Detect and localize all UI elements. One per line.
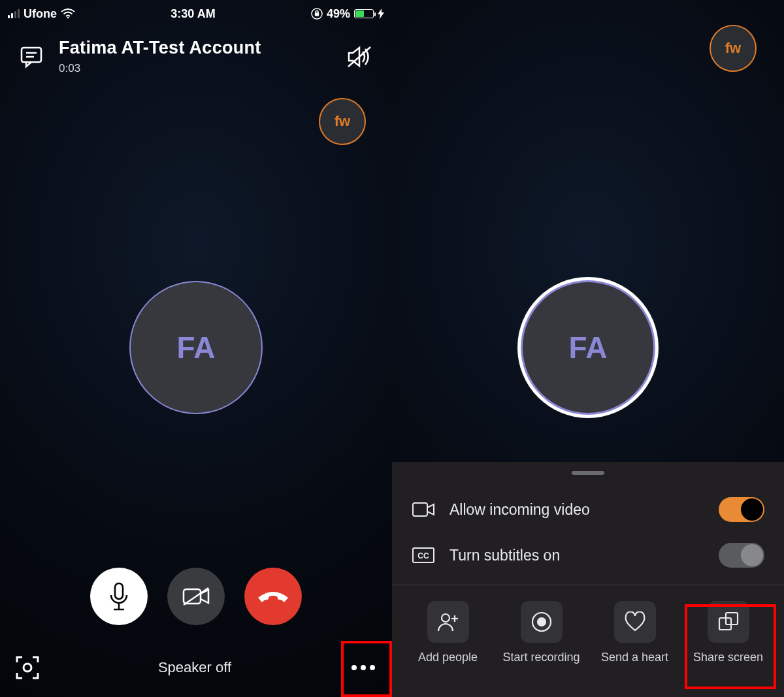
camera-off-icon (181, 585, 211, 608)
video-off-button[interactable] (167, 568, 225, 625)
remote-initials: FA (177, 330, 216, 365)
svg-rect-3 (22, 48, 41, 62)
call-controls (0, 568, 392, 625)
allow-video-row[interactable]: Allow incoming video (392, 487, 784, 532)
svg-point-14 (361, 665, 366, 670)
svg-rect-2 (315, 13, 318, 16)
signal-icon (8, 9, 20, 18)
svg-point-12 (24, 664, 31, 672)
self-initials: fw (335, 113, 350, 130)
capture-icon[interactable] (14, 655, 41, 681)
divider (392, 585, 784, 585)
status-bar: Ufone 3:30 AM 49% (0, 0, 392, 24)
subtitles-row[interactable]: CC Turn subtitles on (392, 532, 784, 578)
more-options-button[interactable] (349, 662, 378, 673)
add-people-action[interactable]: Add people (402, 601, 494, 664)
svg-text:CC: CC (417, 551, 429, 560)
cc-icon: CC (412, 547, 435, 564)
svg-line-11 (184, 588, 208, 605)
video-icon (412, 501, 435, 518)
share-screen-label: Share screen (693, 651, 763, 664)
heart-icon (614, 601, 656, 643)
svg-rect-7 (115, 583, 123, 599)
mute-button[interactable] (90, 568, 148, 625)
rotation-lock-icon (311, 8, 323, 20)
bolt-icon (378, 8, 384, 19)
svg-point-23 (538, 618, 546, 626)
send-heart-label: Send a heart (601, 651, 668, 664)
sheet-actions: Add people Start recording Send a heart (392, 594, 784, 664)
options-sheet: Allow incoming video CC Turn subtitles o… (392, 462, 784, 697)
call-screen-right: fw FA Allow incoming video CC Turn subti… (392, 0, 784, 697)
status-time: 3:30 AM (171, 7, 215, 21)
speaker-off-icon[interactable] (345, 44, 374, 70)
share-screen-action[interactable]: Share screen (683, 601, 774, 664)
subtitles-toggle[interactable] (719, 543, 764, 568)
add-people-label: Add people (418, 651, 478, 664)
svg-point-19 (442, 614, 449, 622)
share-screen-icon (708, 601, 749, 643)
call-duration: 0:03 (59, 62, 331, 75)
carrier-label: Ufone (24, 7, 57, 21)
allow-video-toggle[interactable] (719, 497, 764, 522)
remote-initials: FA (569, 330, 608, 365)
phone-hangup-icon (257, 589, 289, 604)
start-recording-label: Start recording (502, 651, 580, 664)
bottom-bar: Speaker off (0, 638, 392, 697)
remote-avatar: FA (523, 282, 653, 413)
self-avatar[interactable]: fw (710, 25, 757, 72)
self-initials: fw (725, 40, 741, 57)
svg-rect-16 (413, 503, 427, 516)
battery-icon (354, 9, 374, 18)
svg-point-0 (67, 17, 69, 19)
subtitles-label: Turn subtitles on (449, 547, 704, 564)
sheet-handle[interactable] (572, 471, 604, 475)
add-people-icon (427, 601, 469, 643)
microphone-icon (107, 582, 131, 611)
wifi-icon (61, 8, 75, 19)
end-call-button[interactable] (244, 568, 302, 625)
battery-pct: 49% (327, 7, 350, 21)
caller-name: Fatima AT-Test Account (59, 38, 331, 58)
speaker-status: Speaker off (41, 659, 349, 676)
self-avatar[interactable]: fw (319, 98, 366, 145)
start-recording-action[interactable]: Start recording (496, 601, 587, 664)
chat-icon[interactable] (18, 44, 44, 70)
send-heart-action[interactable]: Send a heart (589, 601, 681, 664)
svg-point-13 (351, 665, 357, 670)
record-icon (521, 601, 563, 643)
remote-avatar: FA (131, 282, 261, 413)
call-screen-left: Ufone 3:30 AM 49% Fatima AT-Test Account… (0, 0, 392, 697)
allow-video-label: Allow incoming video (449, 501, 704, 519)
call-header: Fatima AT-Test Account 0:03 (0, 24, 392, 86)
svg-point-15 (370, 665, 375, 670)
svg-rect-10 (184, 589, 201, 604)
